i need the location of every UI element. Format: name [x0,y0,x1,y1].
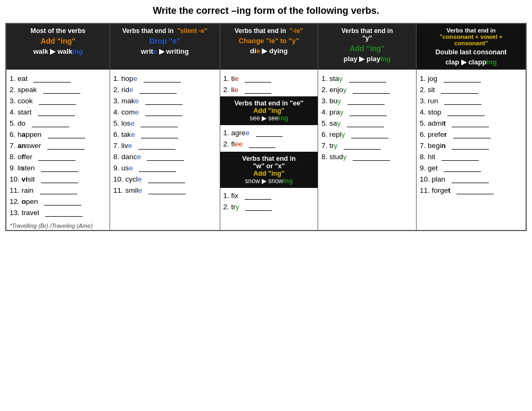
col2-item-11: 11. smile [113,185,216,196]
col2-content: 1. hope 2. ride 3. make 4. come 5. lose … [110,70,220,231]
col4-example: play ▶ playing [320,55,414,63]
column-headers: Most of the verbs Add "ing" walk ▶ walki… [6,23,526,70]
col5-item-10: 10. plan [420,174,522,185]
col3-header-label: Verbs that end in "-ie" [222,27,316,35]
main-table: Most of the verbs Add "ing" walk ▶ walki… [5,23,527,231]
col1-item-12: 12. open [10,196,106,207]
col4-header-label: Verbs that end in"y" [320,27,414,42]
col4-content: 1. stay 2. enjoy 3. buy 4. pray 5. say 6… [318,70,417,231]
col3-ee-header: Verbs that end in "ee" Add "ing" see ▶ s… [220,96,318,125]
col5-item-9: 9. get [420,162,522,174]
col3-wx-item-2: 2. try [223,201,315,212]
col5-item-8: 8. hit [420,151,522,162]
col2-item-2: 2. ride [113,84,216,95]
col1-item-11: 11. rain [10,185,106,196]
col5-header-label: Verbs that end in"consonant + vowel +con… [419,27,523,46]
col3-header: Verbs that end in "-ie" Change "ie" to "… [220,23,318,70]
col3-ee-item-2: 2. flee [223,138,315,150]
col1-item-6: 6. happen [10,129,106,140]
col5-item-5: 5. admit [420,118,522,129]
col2-item-3: 3. make [113,95,216,106]
page-title: Write the correct –ing form of the follo… [5,5,527,17]
col3-wx-item-1: 1. fix [223,190,315,201]
col2-item-10: 10. cycle [113,174,216,185]
col2-item-1: 1. hope [113,73,216,84]
col4-item-5: 5. say [321,118,413,129]
col5-content: 1. jog 2. sit 3. run 4. stop 5. admit 6.… [416,70,526,231]
col2-rule: Drop "e" [112,37,217,45]
col3-item-2: 2. lie [223,84,315,95]
col2-item-4: 4. come [113,106,216,118]
col2-item-8: 8. dance [113,151,216,162]
col1-note: *Travelling (Br) /Traveling (Ame) [10,223,106,229]
col3-content: 1. tie 2. lie Verbs that end in "ee" Add… [220,70,318,231]
col1-item-4: 4. start [10,106,106,118]
col4-item-7: 7. try [321,140,413,151]
col2-item-7: 7. live [113,140,216,151]
col4-item-6: 6. reply [321,129,413,140]
col1-item-2: 2. speak [10,84,106,95]
col2-header-label: Verbs that end in "silent -e" [112,27,217,35]
col2-example: write ▶ writing [112,47,217,55]
col1-item-3: 3. cook [10,95,106,106]
col1-rule: Add "ing" [9,37,107,45]
col2-item-6: 6. take [113,129,216,140]
col1-item-8: 8. offer [10,151,106,162]
col2-item-5: 5. lose [113,118,216,129]
col4-rule: Add "ing" [320,44,414,53]
col1-item-7: 7. answer [10,140,106,151]
col5-item-1: 1. jog [420,73,522,84]
col2-header: Verbs that end in "silent -e" Drop "e" w… [110,23,220,70]
col5-item-4: 4. stop [420,106,522,118]
col5-item-2: 2. sit [420,84,522,95]
col1-header-label: Most of the verbs [9,27,107,35]
col1-example: walk ▶ walking [9,47,107,55]
col3-example: die ▶ dying [222,47,316,55]
col5-item-7: 7. begin [420,140,522,151]
col1-item-13: 13. travel [10,207,106,218]
col1-header: Most of the verbs Add "ing" walk ▶ walki… [6,23,110,70]
col5-rule: Double last consonant [419,48,523,56]
col4-item-8: 8. study [321,151,413,162]
col4-item-1: 1. stay [321,73,413,84]
col1-item-9: 9. listen [10,162,106,174]
col5-header: Verbs that end in"consonant + vowel +con… [416,23,526,70]
content-row: 1. eat 2. speak 3. cook 4. start 5. do 6… [6,70,526,231]
col3-ee-item-1: 1. agree [223,127,315,138]
col3-rule: Change "ie" to "y" [222,37,316,45]
col4-item-2: 2. enjoy [321,84,413,95]
col4-item-3: 3. buy [321,95,413,106]
col2-item-9: 9. use [113,162,216,174]
col5-item-6: 6. prefer [420,129,522,140]
col1-item-5: 5. do [10,118,106,129]
col5-item-11: 11. forget [420,185,522,196]
col1-item-1: 1. eat [10,73,106,84]
col4-item-4: 4. pray [321,106,413,118]
col1-content: 1. eat 2. speak 3. cook 4. start 5. do 6… [6,70,110,231]
col4-header: Verbs that end in"y" Add "ing" play ▶ pl… [318,23,417,70]
col3-wx-header: Verbs that end in"w" or "x" Add "ing" sn… [220,152,318,188]
col1-item-10: 10. visit [10,174,106,185]
col5-example: clap ▶ clapping [419,58,523,66]
col5-item-3: 3. run [420,95,522,106]
col3-item-1: 1. tie [223,73,315,84]
